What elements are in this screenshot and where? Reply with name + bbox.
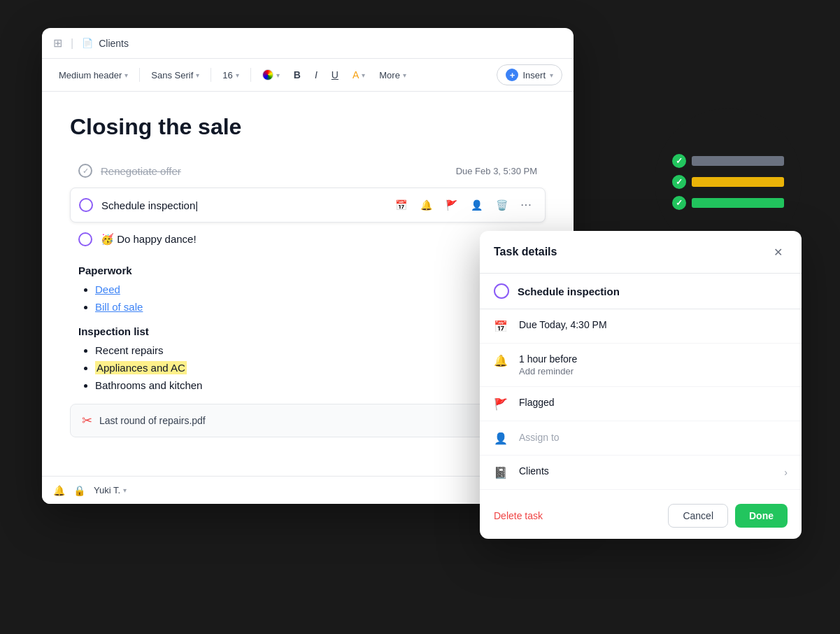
bill-of-sale-link[interactable]: Bill of sale bbox=[95, 301, 143, 313]
color-picker[interactable]: ▾ bbox=[257, 66, 285, 83]
text-style-button[interactable]: A ▾ bbox=[347, 66, 371, 83]
circle-row-3 bbox=[672, 196, 784, 210]
paperwork-list: Deed Bill of sale bbox=[70, 282, 546, 314]
more-options-button[interactable]: ··· bbox=[517, 195, 536, 215]
user-selector[interactable]: Yuki T. ▾ bbox=[94, 485, 127, 495]
document-title-tab: Clients bbox=[99, 38, 129, 49]
reminder-text: 1 hour before bbox=[519, 353, 788, 365]
assign-button[interactable]: 👤 bbox=[467, 195, 486, 215]
calendar-detail-icon: 📅 bbox=[494, 320, 509, 333]
task-due-renegotiate: Due Feb 3, 5:30 PM bbox=[456, 166, 537, 176]
due-text: Due Today, 4:30 PM bbox=[519, 319, 788, 330]
deed-link[interactable]: Deed bbox=[95, 283, 120, 295]
heading-selector[interactable]: Medium header ▾ bbox=[53, 67, 134, 83]
circle-bar-2 bbox=[692, 177, 784, 187]
task-checkbox-inspection[interactable] bbox=[79, 198, 93, 212]
insert-label: Insert bbox=[522, 70, 546, 80]
heading-label: Medium header bbox=[59, 70, 122, 80]
reminder-content: 1 hour before Add reminder bbox=[519, 353, 788, 376]
list-item-deed[interactable]: Deed bbox=[95, 282, 546, 297]
flag-content: Flagged bbox=[519, 397, 788, 408]
notebook-chevron-icon: › bbox=[784, 467, 788, 478]
panel-assign-row[interactable]: 👤 Assign to bbox=[480, 421, 802, 456]
insert-button[interactable]: + Insert ▾ bbox=[497, 64, 562, 85]
toolbar: Medium header ▾ Sans Serif ▾ 16 ▾ ▾ B I … bbox=[42, 59, 574, 92]
divider-3 bbox=[250, 68, 251, 82]
color-dot-icon bbox=[262, 69, 273, 80]
user-chevron-icon: ▾ bbox=[123, 486, 127, 494]
separator: | bbox=[71, 37, 73, 50]
list-item-appliances: Appliances and AC bbox=[95, 360, 546, 375]
list-item-bill[interactable]: Bill of sale bbox=[95, 300, 546, 314]
doc-icon: 📄 bbox=[82, 38, 93, 48]
panel-task-checkbox[interactable] bbox=[494, 283, 509, 299]
delete-task-button[interactable]: Delete task bbox=[494, 510, 543, 521]
divider-1 bbox=[139, 68, 140, 82]
notebook-content: Clients bbox=[519, 465, 774, 477]
panel-title: Task details bbox=[494, 246, 557, 258]
more-chevron-icon: ▾ bbox=[403, 71, 406, 79]
panel-flag-row[interactable]: 🚩 Flagged bbox=[480, 387, 802, 421]
text-style-chevron-icon: ▾ bbox=[362, 71, 365, 79]
task-item-dance[interactable]: 🥳 Do happy dance! bbox=[70, 225, 546, 253]
task-text-dance: 🥳 Do happy dance! bbox=[101, 233, 537, 246]
text-style-icon: A bbox=[353, 69, 359, 80]
underline-button[interactable]: U bbox=[326, 66, 344, 83]
color-chevron-icon: ▾ bbox=[276, 71, 280, 79]
insert-plus-icon: + bbox=[506, 69, 518, 81]
user-name: Yuki T. bbox=[94, 485, 120, 495]
panel-notebook-row[interactable]: 📓 Clients › bbox=[480, 456, 802, 490]
flag-detail-icon: 🚩 bbox=[494, 397, 509, 411]
task-checkbox-dance[interactable] bbox=[78, 232, 92, 246]
task-actions: 📅 🔔 🚩 👤 🗑️ ··· bbox=[391, 195, 536, 215]
task-item-renegotiate[interactable]: Renegotiate offer Due Feb 3, 5:30 PM bbox=[70, 157, 546, 185]
footer-actions: Cancel Done bbox=[668, 504, 788, 528]
circle-row-1 bbox=[672, 154, 784, 168]
flagged-text: Flagged bbox=[519, 397, 788, 408]
delete-button[interactable]: 🗑️ bbox=[492, 195, 511, 215]
cancel-button[interactable]: Cancel bbox=[668, 504, 728, 528]
italic-button[interactable]: I bbox=[309, 66, 323, 83]
heading-chevron-icon: ▾ bbox=[124, 71, 128, 79]
notebook-detail-icon: 📓 bbox=[494, 466, 509, 479]
size-selector[interactable]: 16 ▾ bbox=[217, 67, 244, 83]
bell-button[interactable]: 🔔 bbox=[416, 195, 436, 215]
task-item-inspection[interactable]: Schedule inspection| 📅 🔔 🚩 👤 🗑️ ··· bbox=[70, 188, 546, 223]
document-title: Closing the sale bbox=[70, 114, 546, 140]
app-icon: ⊞ bbox=[53, 36, 62, 50]
more-label: More bbox=[379, 70, 400, 80]
bold-button[interactable]: B bbox=[288, 66, 306, 83]
list-item-bathrooms: Bathrooms and kitchen bbox=[95, 378, 546, 393]
panel-close-button[interactable]: ✕ bbox=[768, 242, 788, 262]
notebook-text: Clients bbox=[519, 465, 774, 477]
task-details-panel: Task details ✕ Schedule inspection 📅 Due… bbox=[480, 231, 802, 539]
task-text-renegotiate: Renegotiate offer bbox=[101, 165, 448, 177]
bell-status-icon: 🔔 bbox=[53, 485, 65, 496]
panel-header: Task details ✕ bbox=[480, 231, 802, 274]
flag-button[interactable]: 🚩 bbox=[441, 195, 461, 215]
pdf-icon: ✂ bbox=[82, 413, 92, 428]
file-name: Last round of repairs.pdf bbox=[99, 415, 206, 426]
done-button[interactable]: Done bbox=[735, 504, 788, 528]
inspection-list: Recent repairs Appliances and AC Bathroo… bbox=[70, 343, 546, 393]
calendar-button[interactable]: 📅 bbox=[391, 195, 411, 215]
lock-status-icon: 🔒 bbox=[73, 485, 85, 496]
section-header-inspection: Inspection list bbox=[70, 325, 546, 337]
panel-task-row: Schedule inspection bbox=[480, 274, 802, 309]
font-label: Sans Serif bbox=[151, 70, 193, 80]
more-button[interactable]: More ▾ bbox=[373, 67, 412, 83]
highlight-appliances: Appliances and AC bbox=[95, 361, 187, 374]
bell-detail-icon: 🔔 bbox=[494, 354, 509, 367]
list-item-repairs: Recent repairs bbox=[95, 343, 546, 358]
font-selector[interactable]: Sans Serif ▾ bbox=[145, 67, 205, 83]
file-attachment[interactable]: ✂ Last round of repairs.pdf bbox=[70, 404, 546, 437]
circle-check-1 bbox=[672, 154, 686, 168]
panel-reminder-row[interactable]: 🔔 1 hour before Add reminder bbox=[480, 344, 802, 387]
assign-content: Assign to bbox=[519, 431, 788, 444]
task-checkbox-renegotiate[interactable] bbox=[78, 164, 92, 178]
panel-due-row[interactable]: 📅 Due Today, 4:30 PM bbox=[480, 309, 802, 344]
size-chevron-icon: ▾ bbox=[236, 71, 239, 79]
circle-check-2 bbox=[672, 175, 686, 189]
divider-2 bbox=[211, 68, 211, 82]
circle-bar-1 bbox=[692, 156, 784, 166]
